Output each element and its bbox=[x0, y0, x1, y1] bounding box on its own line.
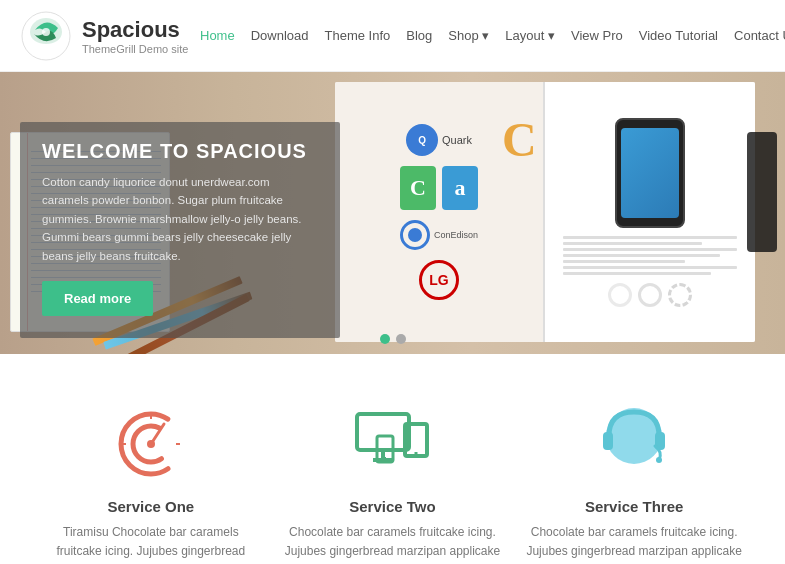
logo-subtitle: ThemeGrill Demo site bbox=[82, 43, 188, 55]
nav-video-tutorial[interactable]: Video Tutorial bbox=[639, 28, 718, 43]
hero-overlay: WELCOME TO SPACIOUS Cotton candy liquori… bbox=[20, 122, 340, 338]
logo-icon bbox=[20, 10, 72, 62]
hero-text: Cotton candy liquorice donut unerdwear.c… bbox=[42, 173, 318, 265]
service-one-title: Service One bbox=[107, 498, 194, 515]
hero-book: Q Quark C a ConEdison LG bbox=[335, 82, 755, 342]
nav-download[interactable]: Download bbox=[251, 28, 309, 43]
logo-area: Spacious ThemeGrill Demo site bbox=[20, 10, 200, 62]
logo-text-area: Spacious ThemeGrill Demo site bbox=[82, 17, 188, 55]
hero-phone-right bbox=[747, 132, 777, 252]
nav-contact-us[interactable]: Contact Us bbox=[734, 28, 785, 43]
main-nav: Home Download Theme Info Blog Shop ▾ Lay… bbox=[200, 28, 785, 43]
service-two-icon bbox=[347, 394, 437, 484]
service-two: Service Two Chocolate bar caramels fruit… bbox=[282, 394, 502, 564]
nav-home[interactable]: Home bbox=[200, 28, 235, 43]
service-two-text: Chocolate bar caramels fruitcake icing. … bbox=[282, 523, 502, 564]
nav-view-pro[interactable]: View Pro bbox=[571, 28, 623, 43]
slider-dot-1[interactable] bbox=[380, 334, 390, 344]
service-two-title: Service Two bbox=[349, 498, 435, 515]
slider-dots bbox=[380, 334, 406, 344]
book-left-page: Q Quark C a ConEdison LG bbox=[335, 82, 545, 342]
nav-blog[interactable]: Blog bbox=[406, 28, 432, 43]
hero-section: Q Quark C a ConEdison LG bbox=[0, 72, 785, 354]
service-three-icon bbox=[589, 394, 679, 484]
services-section: Service One Tiramisu Chocolate bar caram… bbox=[0, 354, 785, 564]
service-one: Service One Tiramisu Chocolate bar caram… bbox=[41, 394, 261, 564]
service-one-text: Tiramisu Chocolate bar caramels fruitcak… bbox=[41, 523, 261, 564]
book-right-page bbox=[545, 82, 755, 342]
hero-phone bbox=[615, 118, 685, 228]
service-three-title: Service Three bbox=[585, 498, 683, 515]
site-header: Spacious ThemeGrill Demo site Home Downl… bbox=[0, 0, 785, 72]
logo-title: Spacious bbox=[82, 17, 188, 43]
read-more-button[interactable]: Read more bbox=[42, 281, 153, 316]
service-one-icon bbox=[106, 394, 196, 484]
service-three: Service Three Chocolate bar caramels fru… bbox=[524, 394, 744, 564]
nav-layout[interactable]: Layout ▾ bbox=[505, 28, 555, 43]
nav-shop[interactable]: Shop ▾ bbox=[448, 28, 489, 43]
svg-point-19 bbox=[656, 457, 662, 463]
svg-point-5 bbox=[147, 440, 155, 448]
slider-dot-2[interactable] bbox=[396, 334, 406, 344]
svg-rect-17 bbox=[603, 432, 613, 450]
service-three-text: Chocolate bar caramels fruitcake icing. … bbox=[524, 523, 744, 564]
svg-rect-9 bbox=[357, 414, 409, 450]
nav-theme-info[interactable]: Theme Info bbox=[325, 28, 391, 43]
svg-point-1 bbox=[42, 28, 50, 36]
hero-title: WELCOME TO SPACIOUS bbox=[42, 140, 318, 163]
